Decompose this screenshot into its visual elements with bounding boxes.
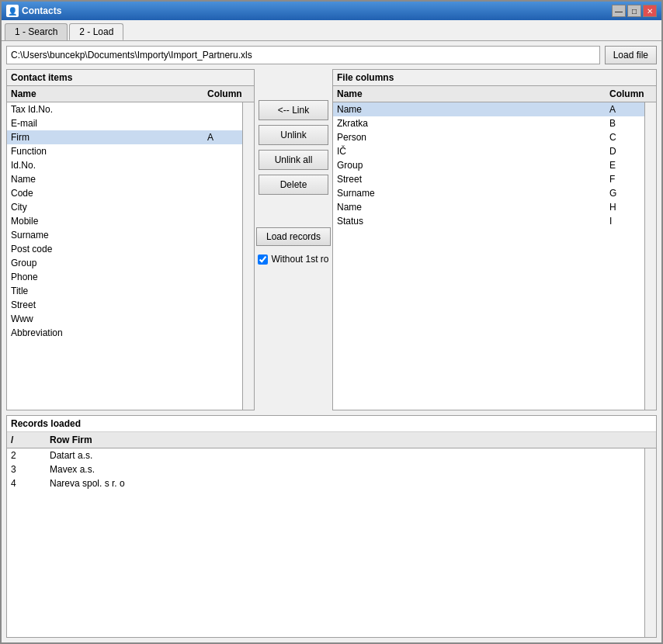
file-col-name: Surname — [333, 187, 606, 199]
contact-item-column — [203, 327, 242, 339]
contact-item-name: Www — [7, 313, 203, 325]
contact-item-column — [203, 173, 242, 185]
records-scrollbar[interactable] — [644, 448, 656, 637]
records-table-row[interactable]: 4Nareva spol. s r. o — [7, 476, 644, 490]
contact-item-column — [203, 187, 242, 199]
contact-table-row[interactable]: Title — [7, 284, 242, 298]
records-body-wrapper: 2Datart a.s.3Mavex a.s.4Nareva spol. s r… — [7, 448, 656, 637]
file-table-row[interactable]: NameH — [333, 200, 644, 214]
file-col-column: D — [606, 145, 644, 158]
title-bar: 👤 Contacts — □ ✕ — [2, 2, 661, 20]
main-window: 👤 Contacts — □ ✕ 1 - Search 2 - Load Loa… — [0, 0, 663, 644]
contact-item-column — [203, 257, 242, 269]
contact-item-name: Name — [7, 173, 203, 185]
without-first-row-checkbox[interactable] — [258, 254, 268, 265]
contact-table-row[interactable]: Phone — [7, 270, 242, 284]
contact-table-row[interactable]: Www — [7, 312, 242, 326]
file-col-name: Name — [333, 201, 606, 213]
file-col-name: Zkratka — [333, 117, 606, 130]
file-path-input[interactable] — [6, 46, 600, 64]
contact-item-name: Surname — [7, 229, 203, 241]
contact-item-column — [203, 145, 242, 158]
records-table-header: / Row Firm — [7, 432, 656, 448]
file-col-name: Street — [333, 173, 606, 185]
file-table-row[interactable]: SurnameG — [333, 186, 644, 200]
file-table-row[interactable]: StatusI — [333, 214, 644, 228]
contact-table-row[interactable]: E-mail — [7, 116, 242, 130]
file-table-row[interactable]: ZkratkaB — [333, 116, 644, 130]
file-table-row[interactable]: GroupE — [333, 158, 644, 172]
app-icon: 👤 — [6, 5, 19, 17]
contact-table-row[interactable]: Abbreviation — [7, 326, 242, 340]
contact-table-row[interactable]: Post code — [7, 242, 242, 256]
contact-table-row[interactable]: Group — [7, 256, 242, 270]
contact-item-name: Group — [7, 257, 203, 269]
records-firm-header: Row Firm — [46, 434, 644, 446]
unlink-all-button[interactable]: Unlink all — [259, 150, 328, 170]
file-table-header: Name Column — [333, 86, 656, 102]
maximize-button[interactable]: □ — [627, 5, 641, 17]
records-table-row[interactable]: 2Datart a.s. — [7, 448, 644, 462]
title-bar-left: 👤 Contacts — [6, 5, 61, 17]
contact-scrollbar[interactable] — [242, 102, 254, 410]
file-col-column: B — [606, 117, 644, 130]
tab-search[interactable]: 1 - Search — [5, 23, 68, 40]
contact-table-header: Name Column — [7, 86, 254, 102]
contact-item-column — [203, 215, 242, 227]
contact-table-row[interactable]: Street — [7, 298, 242, 312]
records-loaded-label: Records loaded — [7, 416, 656, 432]
window-title: Contacts — [22, 5, 61, 16]
file-table-row[interactable]: IČD — [333, 144, 644, 158]
tab-bar: 1 - Search 2 - Load — [2, 20, 661, 40]
contact-table-row[interactable]: Function — [7, 144, 242, 158]
file-table-row[interactable]: StreetF — [333, 172, 644, 186]
middle-section: Contact items Name Column Tax Id.No.E-ma… — [6, 69, 657, 410]
load-file-button[interactable]: Load file — [605, 46, 657, 64]
contact-item-name: Code — [7, 187, 203, 199]
contact-item-name: Firm — [7, 131, 203, 144]
contact-item-name: Street — [7, 299, 203, 311]
contact-name-header: Name — [7, 88, 203, 100]
contact-item-name: City — [7, 201, 203, 213]
contact-item-column — [203, 285, 242, 297]
contact-item-column — [203, 299, 242, 311]
contact-item-column — [203, 243, 242, 255]
contact-table-row[interactable]: City — [7, 200, 242, 214]
file-table-row[interactable]: PersonC — [333, 130, 644, 144]
records-row-header: / — [7, 434, 46, 446]
contact-items-panel: Contact items Name Column Tax Id.No.E-ma… — [6, 69, 255, 410]
file-col-column: I — [606, 215, 644, 227]
contact-item-column — [203, 117, 242, 130]
contact-item-name: Phone — [7, 271, 203, 283]
contact-table-row[interactable]: Name — [7, 172, 242, 186]
file-table-body-wrapper: NameAZkratkaBPersonCIČDGroupEStreetFSurn… — [333, 102, 656, 410]
file-col-column: F — [606, 173, 644, 185]
load-records-button[interactable]: Load records — [256, 227, 331, 246]
minimize-button[interactable]: — — [612, 5, 626, 17]
contact-item-name: Abbreviation — [7, 327, 203, 339]
file-name-header: Name — [333, 88, 606, 100]
close-button[interactable]: ✕ — [643, 5, 657, 17]
records-body: 2Datart a.s.3Mavex a.s.4Nareva spol. s r… — [7, 448, 644, 637]
file-table-row[interactable]: NameA — [333, 102, 644, 116]
contact-table-row[interactable]: Mobile — [7, 214, 242, 228]
contact-table-row[interactable]: Tax Id.No. — [7, 102, 242, 116]
contact-item-column — [203, 201, 242, 213]
middle-buttons-panel: <-- Link Unlink Unlink all Delete Load r… — [255, 69, 332, 410]
contact-table-row[interactable]: Id.No. — [7, 158, 242, 172]
link-button[interactable]: <-- Link — [259, 100, 328, 120]
unlink-button[interactable]: Unlink — [259, 125, 328, 145]
contact-table-row[interactable]: Surname — [7, 228, 242, 242]
without-first-row-label: Without 1st ro — [271, 254, 328, 265]
delete-button[interactable]: Delete — [259, 175, 328, 195]
contact-item-name: Post code — [7, 243, 203, 255]
file-col-name: Person — [333, 131, 606, 144]
record-firm: Mavex a.s. — [46, 463, 644, 476]
contact-table-row[interactable]: Code — [7, 186, 242, 200]
file-col-column: A — [606, 103, 644, 116]
record-row-num: 2 — [7, 449, 46, 462]
file-scrollbar[interactable] — [644, 102, 656, 410]
contact-table-row[interactable]: FirmA — [7, 130, 242, 144]
tab-load[interactable]: 2 - Load — [69, 23, 123, 40]
records-table-row[interactable]: 3Mavex a.s. — [7, 462, 644, 476]
